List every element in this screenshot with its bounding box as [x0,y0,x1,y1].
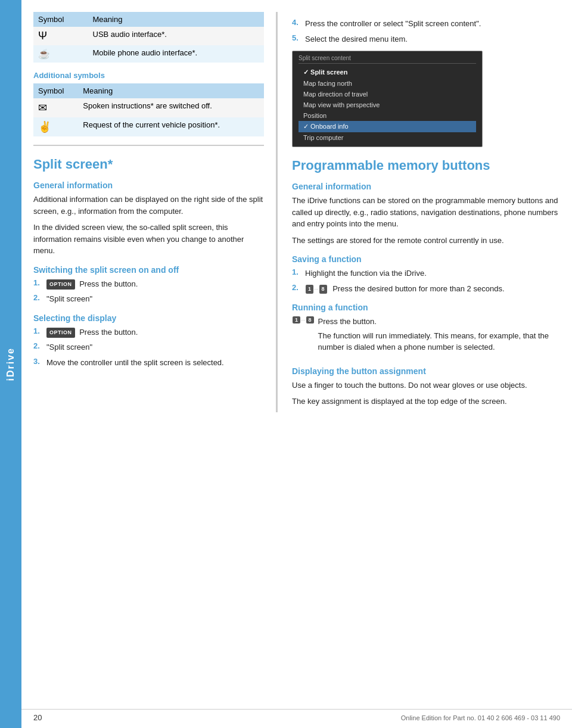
list-item: 1. OPTION Press the button. [33,326,264,338]
screenshot-item: ✓ Split screen [299,67,476,78]
meaning-cell: Request of the current vehicle position*… [78,117,264,136]
gen-info-para1: The iDrive functions can be stored on th… [292,195,560,230]
running-heading: Running a function [292,303,560,312]
screenshot-item: Map facing north [299,78,476,89]
page-footer: 20 Online Edition for Part no. 01 40 2 6… [21,709,572,722]
running-section: 1 ··· 8 Press the button. The function w… [292,316,560,358]
meaning-cell: USB audio interface*. [88,27,264,45]
symbol-cell: ☕ [33,45,88,63]
list-item: 1. Highlight the function via the iDrive… [292,267,560,279]
symbol-table-1: Symbol Meaning Ψ USB audio interface*. ☕… [33,12,264,63]
general-info-para1: Additional information can be displayed … [33,194,264,217]
list-item: 1. OPTION Press the button. [33,278,264,290]
table-row: ✉ Spoken instructions* are switched off. [33,98,264,117]
option-icon-2: OPTION [46,328,75,338]
table-row: ☕ Mobile phone audio interface*. [33,45,264,63]
table-row: ✌ Request of the current vehicle positio… [33,117,264,136]
saving-steps: 1. Highlight the function via the iDrive… [292,267,560,294]
split-screen-heading: Split screen* [33,157,264,172]
right-column: 4. Press the controller or select "Split… [278,12,572,412]
list-item: 2. 1 ··· 8 Press the desired button for … [292,283,560,295]
running-para2: The function will run immediately. This … [318,330,560,353]
screenshot-item: Trip computer [299,132,476,143]
list-item: 3. Move the controller until the split s… [33,357,264,369]
switching-steps: 1. OPTION Press the button. 2. "Split sc… [33,278,264,305]
screenshot-box: Split screen content ✓ Split screen Map … [292,51,483,147]
option-icon-1: OPTION [46,279,75,290]
gen-info-heading: General information [292,182,560,191]
page-number: 20 [33,713,42,722]
displaying-para2: The key assignment is displayed at the t… [292,396,560,407]
meaning-cell: Mobile phone audio interface*. [88,45,264,63]
list-item: 2. "Split screen" [33,341,264,353]
additional-symbols-heading: Additional symbols [33,71,264,80]
col-meaning-2: Meaning [78,83,264,98]
right-col-steps: 4. Press the controller or select "Split… [292,18,560,45]
displaying-para1: Use a finger to touch the buttons. Do no… [292,379,560,391]
list-item: 2. "Split screen" [33,293,264,305]
gen-info-para2: The settings are stored for the remote c… [292,235,560,247]
left-column: Symbol Meaning Ψ USB audio interface*. ☕… [21,12,278,412]
list-item: 4. Press the controller or select "Split… [292,18,560,30]
screenshot-title: Split screen content [299,55,476,64]
general-info-subheading-left: General information [33,181,264,190]
sidebar-label: iDrive [5,347,16,381]
symbol-cell: ✉ [33,98,78,117]
screenshot-item: Position [299,110,476,121]
general-info-para2: In the divided screen view, the so-calle… [33,222,264,257]
running-memory-icon: 1 ··· 8 [292,316,315,323]
running-para1: Press the button. [318,316,560,328]
symbol-table-2: Symbol Meaning ✉ Spoken instructions* ar… [33,83,264,136]
symbol-cell: Ψ [33,27,88,45]
sidebar-tab: iDrive [0,0,21,728]
symbol-cell: ✌ [33,117,78,136]
col-symbol-2: Symbol [33,83,78,98]
displaying-heading: Displaying the button assignment [292,366,560,376]
footer-text: Online Edition for Part no. 01 40 2 606 … [401,714,560,721]
screenshot-item: ✓ Onboard info [299,121,476,132]
prog-memory-heading: Programmable memory buttons [292,158,560,173]
switching-heading: Switching the split screen on and off [33,265,264,275]
list-item: 5. Select the desired menu item. [292,33,560,45]
col-symbol-1: Symbol [33,12,88,27]
col-meaning-1: Meaning [88,12,264,27]
screenshot-item: Map view with perspective [299,99,476,110]
selecting-steps: 1. OPTION Press the button. 2. "Split sc… [33,326,264,369]
memory-buttons-icon: 1 ··· 8 [305,285,328,294]
saving-heading: Saving a function [292,254,560,264]
selecting-heading: Selecting the display [33,313,264,323]
screenshot-item: Map direction of travel [299,89,476,99]
meaning-cell: Spoken instructions* are switched off. [78,98,264,117]
divider [33,145,264,146]
table-row: Ψ USB audio interface*. [33,27,264,45]
